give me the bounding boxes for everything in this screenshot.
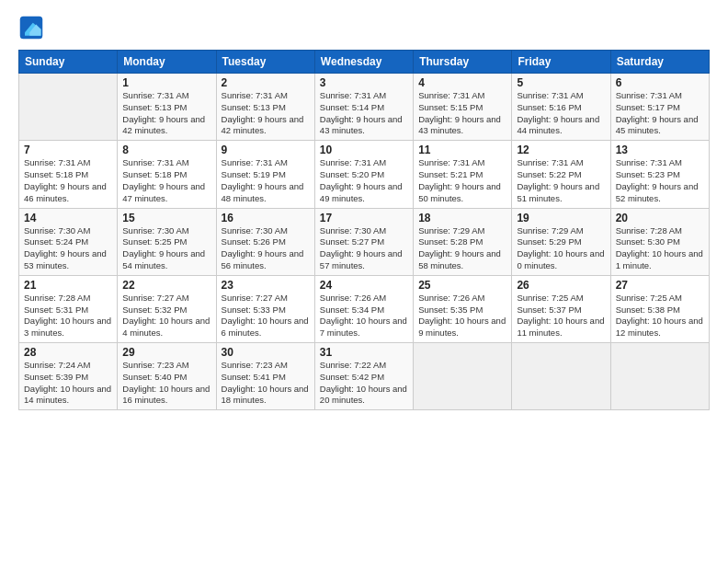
day-cell: 29Sunrise: 7:23 AMSunset: 5:40 PMDayligh… [118,343,216,410]
day-number: 8 [122,144,210,156]
day-info: Sunrise: 7:28 AMSunset: 5:31 PMDaylight:… [24,293,112,339]
day-number: 10 [320,144,408,156]
day-info: Sunrise: 7:27 AMSunset: 5:32 PMDaylight:… [122,293,210,339]
day-cell: 13Sunrise: 7:31 AMSunset: 5:23 PMDayligh… [610,141,709,208]
day-number: 17 [320,212,408,224]
day-info: Sunrise: 7:30 AMSunset: 5:25 PMDaylight:… [122,225,210,272]
day-cell [610,343,709,410]
day-info: Sunrise: 7:31 AMSunset: 5:16 PMDaylight:… [517,90,605,137]
day-info: Sunrise: 7:29 AMSunset: 5:28 PMDaylight:… [418,225,506,272]
day-cell: 19Sunrise: 7:29 AMSunset: 5:29 PMDayligh… [512,208,610,275]
weekday-header-monday: Monday [118,51,216,74]
day-number: 14 [24,212,112,224]
day-info: Sunrise: 7:30 AMSunset: 5:27 PMDaylight:… [320,225,408,272]
header [18,15,710,40]
day-cell: 18Sunrise: 7:29 AMSunset: 5:28 PMDayligh… [414,208,512,275]
day-number: 27 [616,279,704,292]
week-row-3: 14Sunrise: 7:30 AMSunset: 5:24 PMDayligh… [19,208,710,275]
day-number: 30 [222,346,310,359]
day-cell: 27Sunrise: 7:25 AMSunset: 5:38 PMDayligh… [610,275,709,342]
day-info: Sunrise: 7:28 AMSunset: 5:30 PMDaylight:… [616,225,704,272]
day-number: 3 [320,76,408,89]
day-cell: 7Sunrise: 7:31 AMSunset: 5:18 PMDaylight… [19,141,118,208]
day-info: Sunrise: 7:30 AMSunset: 5:24 PMDaylight:… [24,225,112,272]
day-cell [512,343,610,410]
day-info: Sunrise: 7:29 AMSunset: 5:29 PMDaylight:… [517,225,605,272]
day-cell: 21Sunrise: 7:28 AMSunset: 5:31 PMDayligh… [19,275,118,342]
week-row-1: 1Sunrise: 7:31 AMSunset: 5:13 PMDaylight… [19,74,710,141]
weekday-header-thursday: Thursday [414,51,512,74]
day-cell: 8Sunrise: 7:31 AMSunset: 5:18 PMDaylight… [118,141,216,208]
day-cell: 24Sunrise: 7:26 AMSunset: 5:34 PMDayligh… [314,275,413,342]
week-row-4: 21Sunrise: 7:28 AMSunset: 5:31 PMDayligh… [19,275,710,342]
day-info: Sunrise: 7:31 AMSunset: 5:13 PMDaylight:… [222,90,310,137]
page: SundayMondayTuesdayWednesdayThursdayFrid… [0,0,728,421]
day-info: Sunrise: 7:23 AMSunset: 5:41 PMDaylight:… [222,360,310,407]
day-number: 31 [320,346,408,359]
day-info: Sunrise: 7:27 AMSunset: 5:33 PMDaylight:… [222,293,310,339]
day-cell: 30Sunrise: 7:23 AMSunset: 5:41 PMDayligh… [216,343,314,410]
weekday-header-row: SundayMondayTuesdayWednesdayThursdayFrid… [19,51,710,74]
day-cell: 26Sunrise: 7:25 AMSunset: 5:37 PMDayligh… [512,275,610,342]
day-number: 2 [222,76,310,89]
day-cell: 17Sunrise: 7:30 AMSunset: 5:27 PMDayligh… [314,208,413,275]
weekday-header-sunday: Sunday [19,51,118,74]
day-info: Sunrise: 7:24 AMSunset: 5:39 PMDaylight:… [24,360,112,407]
day-number: 1 [122,76,210,89]
day-number: 6 [616,76,704,89]
day-cell: 5Sunrise: 7:31 AMSunset: 5:16 PMDaylight… [512,74,610,141]
day-number: 12 [517,144,605,156]
day-info: Sunrise: 7:31 AMSunset: 5:15 PMDaylight:… [418,90,506,137]
day-info: Sunrise: 7:31 AMSunset: 5:18 PMDaylight:… [122,157,210,204]
day-cell [414,343,512,410]
day-cell: 22Sunrise: 7:27 AMSunset: 5:32 PMDayligh… [118,275,216,342]
day-number: 28 [24,346,112,359]
day-number: 9 [222,144,310,156]
day-info: Sunrise: 7:31 AMSunset: 5:21 PMDaylight:… [418,157,506,204]
day-info: Sunrise: 7:31 AMSunset: 5:13 PMDaylight:… [122,90,210,137]
day-number: 19 [517,212,605,224]
day-info: Sunrise: 7:31 AMSunset: 5:22 PMDaylight:… [517,157,605,204]
day-cell: 20Sunrise: 7:28 AMSunset: 5:30 PMDayligh… [610,208,709,275]
day-info: Sunrise: 7:31 AMSunset: 5:17 PMDaylight:… [616,90,704,137]
day-number: 13 [616,144,704,156]
day-info: Sunrise: 7:22 AMSunset: 5:42 PMDaylight:… [320,360,408,407]
day-info: Sunrise: 7:26 AMSunset: 5:34 PMDaylight:… [320,293,408,339]
day-cell: 3Sunrise: 7:31 AMSunset: 5:14 PMDaylight… [314,74,413,141]
day-info: Sunrise: 7:30 AMSunset: 5:26 PMDaylight:… [222,225,310,272]
day-number: 11 [418,144,506,156]
day-number: 18 [418,212,506,224]
day-number: 24 [320,279,408,292]
day-number: 23 [222,279,310,292]
day-cell: 9Sunrise: 7:31 AMSunset: 5:19 PMDaylight… [216,141,314,208]
day-info: Sunrise: 7:23 AMSunset: 5:40 PMDaylight:… [122,360,210,407]
day-cell: 6Sunrise: 7:31 AMSunset: 5:17 PMDaylight… [610,74,709,141]
day-cell: 4Sunrise: 7:31 AMSunset: 5:15 PMDaylight… [414,74,512,141]
day-cell: 14Sunrise: 7:30 AMSunset: 5:24 PMDayligh… [19,208,118,275]
weekday-header-saturday: Saturday [610,51,709,74]
day-info: Sunrise: 7:31 AMSunset: 5:20 PMDaylight:… [320,157,408,204]
calendar: SundayMondayTuesdayWednesdayThursdayFrid… [18,50,710,410]
day-cell: 10Sunrise: 7:31 AMSunset: 5:20 PMDayligh… [314,141,413,208]
day-cell: 31Sunrise: 7:22 AMSunset: 5:42 PMDayligh… [314,343,413,410]
day-number: 16 [222,212,310,224]
day-number: 25 [418,279,506,292]
day-info: Sunrise: 7:25 AMSunset: 5:37 PMDaylight:… [517,293,605,339]
day-info: Sunrise: 7:31 AMSunset: 5:18 PMDaylight:… [24,157,112,204]
weekday-header-friday: Friday [512,51,610,74]
day-number: 7 [24,144,112,156]
week-row-2: 7Sunrise: 7:31 AMSunset: 5:18 PMDaylight… [19,141,710,208]
day-cell: 1Sunrise: 7:31 AMSunset: 5:13 PMDaylight… [118,74,216,141]
day-number: 5 [517,76,605,89]
day-number: 15 [122,212,210,224]
day-number: 4 [418,76,506,89]
day-cell: 16Sunrise: 7:30 AMSunset: 5:26 PMDayligh… [216,208,314,275]
day-cell: 23Sunrise: 7:27 AMSunset: 5:33 PMDayligh… [216,275,314,342]
day-number: 22 [122,279,210,292]
day-cell: 2Sunrise: 7:31 AMSunset: 5:13 PMDaylight… [216,74,314,141]
logo [18,15,48,40]
logo-icon [18,15,44,40]
day-info: Sunrise: 7:26 AMSunset: 5:35 PMDaylight:… [418,293,506,339]
day-cell: 12Sunrise: 7:31 AMSunset: 5:22 PMDayligh… [512,141,610,208]
weekday-header-wednesday: Wednesday [314,51,413,74]
